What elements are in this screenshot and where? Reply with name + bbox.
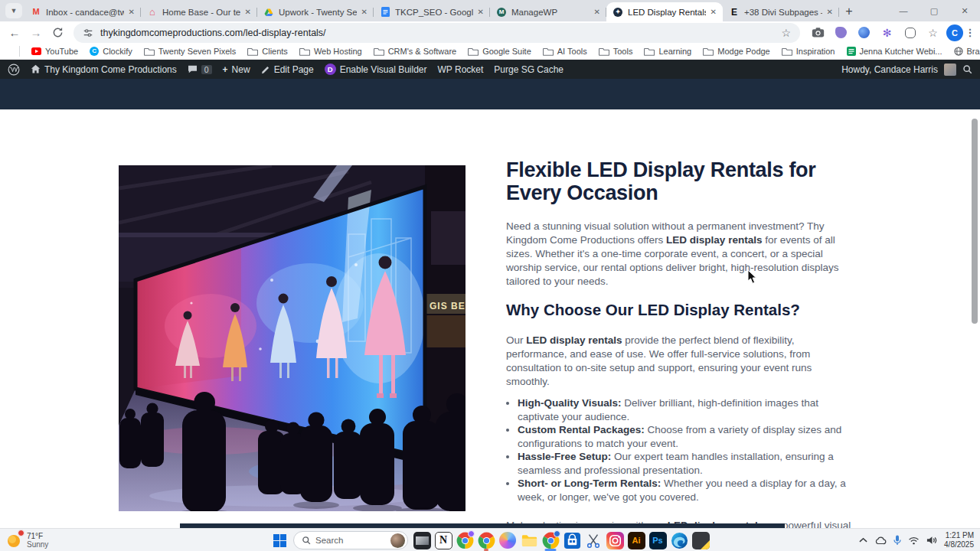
bookmark-item[interactable]: Tools [599, 47, 633, 56]
feature-label: High-Quality Visuals: [518, 397, 622, 409]
bookmark-item[interactable]: YouTube [31, 47, 78, 56]
bookmark-item[interactable]: CRM's & Software [374, 47, 457, 56]
start-button[interactable] [269, 530, 290, 551]
taskbar-chrome-icon[interactable] [475, 530, 497, 551]
bookmark-item[interactable]: Twenty Seven Pixels [144, 47, 237, 56]
bookmark-item[interactable]: Modge Podge [703, 47, 770, 56]
store-sign-text: GIS BE [430, 301, 466, 311]
wp-site-menu[interactable]: Thy Kingdom Come Productions [31, 64, 177, 75]
squircle-extension-icon[interactable] [903, 25, 917, 40]
tab-6[interactable]: ✦ LED Display Rentals | Thy King... ✕ [606, 2, 723, 21]
tab-2[interactable]: ⌂ Home Base - Our team hub ✕ [141, 2, 257, 21]
taskbar-chrome-profile-tkcp-icon[interactable] [540, 530, 561, 551]
reload-button[interactable] [47, 23, 67, 43]
taskbar-photoshop-icon[interactable]: Ps [647, 530, 668, 551]
url-text[interactable]: thykingdomcomeproductions.com/led-displa… [100, 28, 774, 38]
folder-icon [782, 47, 792, 56]
back-button[interactable]: ← [5, 23, 24, 43]
tab-close-icon[interactable]: ✕ [129, 8, 135, 16]
feature-item: Hassle-Free Setup: Our expert team handl… [518, 450, 855, 477]
camera-icon[interactable] [811, 25, 825, 40]
feature-label: Custom Rental Packages: [518, 424, 645, 435]
address-bar[interactable]: thykingdomcomeproductions.com/led-displa… [74, 23, 800, 43]
tab-close-icon[interactable]: ✕ [361, 8, 368, 16]
profile-avatar[interactable]: C [946, 24, 963, 41]
taskbar-search-input[interactable]: Search [293, 531, 408, 549]
chevron-up-icon[interactable] [859, 537, 867, 543]
purple-blob-extension-icon[interactable] [834, 25, 848, 40]
search-icon [302, 536, 311, 545]
tab-close-icon[interactable]: ✕ [594, 8, 600, 16]
weather-text[interactable]: 71°F Sunny [27, 532, 48, 549]
windows-logo-icon [273, 534, 286, 547]
taskbar-illustrator-icon[interactable]: Ai [626, 530, 647, 551]
bookmark-item[interactable]: Web Hosting [299, 47, 362, 56]
tab-3[interactable]: Upwork - Twenty Seven Pixels ✕ [257, 2, 374, 21]
taskbar-copilot-icon[interactable] [497, 530, 518, 551]
site-settings-icon[interactable] [83, 28, 93, 38]
wp-howdy-text[interactable]: Howdy, Candace Harris [841, 64, 938, 75]
taskbar-instagram-icon[interactable] [604, 530, 626, 551]
article-text: Flexible LED Display Rentals for Every O… [506, 158, 855, 528]
bookmark-item[interactable]: Clients [247, 47, 288, 56]
folder-icon [144, 47, 155, 56]
browser-menu-icon[interactable]: ⋮ [965, 27, 975, 38]
tab-7[interactable]: E +38 Divi Subpages — Divi Exp... ✕ [723, 2, 839, 21]
wp-new-button[interactable]: +New [223, 64, 250, 75]
bookmark-item[interactable]: Brand-Strategy-Wor... [954, 47, 980, 56]
bookmark-item[interactable]: Google Suite [468, 47, 531, 56]
onedrive-icon[interactable] [874, 536, 887, 545]
tab-search-button[interactable]: ▼ [5, 3, 22, 18]
taskbar-file-explorer-icon[interactable] [518, 530, 540, 551]
microphone-icon[interactable] [893, 535, 901, 546]
close-button[interactable]: ✕ [949, 0, 980, 21]
bookmark-item[interactable]: Inspiration [782, 47, 835, 56]
wp-rocket-menu[interactable]: WP Rocket [438, 64, 484, 75]
wp-visual-builder-button[interactable]: D Enable Visual Builder [325, 64, 427, 75]
taskbar-photos-app-icon[interactable] [411, 530, 433, 551]
new-tab-button[interactable]: + [839, 2, 859, 21]
wp-comments[interactable]: 0 [188, 65, 212, 74]
jenna-icon [847, 47, 856, 56]
wp-user-avatar[interactable] [944, 64, 956, 76]
flower-extension-icon[interactable]: ✻ [880, 25, 894, 40]
taskbar-clock[interactable]: 1:21 PM 4/8/2025 [944, 531, 974, 549]
bookmark-item[interactable]: Learning [644, 47, 691, 56]
bookmark-star-icon[interactable]: ☆ [781, 28, 791, 38]
led-display-photo: GIS BE [119, 165, 466, 511]
maximize-button[interactable]: ▢ [919, 0, 949, 21]
taskbar-edge-icon[interactable] [668, 530, 690, 551]
homebase-favicon: ⌂ [147, 7, 158, 18]
tab-close-icon[interactable]: ✕ [827, 8, 833, 16]
volume-icon[interactable] [926, 536, 937, 545]
blue-sphere-extension-icon[interactable] [857, 25, 871, 40]
wp-search-icon[interactable] [962, 64, 972, 74]
search-highlight-image[interactable] [390, 533, 405, 548]
star-extension-icon[interactable]: ☆ [926, 25, 940, 40]
wordpress-logo-icon[interactable] [8, 64, 20, 76]
feature-label: Hassle-Free Setup: [518, 451, 611, 462]
notification-badge [18, 530, 24, 536]
taskbar-microsoft-store-icon[interactable] [561, 530, 583, 551]
tab-close-icon[interactable]: ✕ [478, 8, 484, 16]
taskbar-snipping-tool-icon[interactable] [583, 530, 604, 551]
bookmark-item[interactable]: AI Tools [543, 47, 587, 56]
bookmark-item[interactable]: C Clockify [90, 47, 132, 56]
tab-close-icon[interactable]: ✕ [710, 8, 717, 16]
weather-widget-icon[interactable] [5, 531, 23, 549]
tab-5[interactable]: M ManageWP ✕ [490, 2, 606, 21]
taskbar-chrome-profile-work-icon[interactable] [454, 530, 475, 551]
wifi-icon[interactable] [908, 536, 920, 545]
tab-1[interactable]: M Inbox - candace@twentyseven ✕ [24, 2, 141, 21]
taskbar-notion-icon[interactable]: N [433, 530, 454, 551]
taskbar-sticky-notes-icon[interactable] [690, 530, 711, 551]
forward-button[interactable]: → [26, 23, 46, 43]
minimize-button[interactable]: — [888, 0, 919, 21]
wp-edit-page-button[interactable]: Edit Page [261, 64, 314, 75]
bookmark-item[interactable]: Jenna Kutcher Webi... [847, 47, 942, 56]
wp-purge-cache-button[interactable]: Purge SG Cache [494, 64, 564, 75]
tab-4[interactable]: TKCP_SEO - Google Docs ✕ [374, 2, 490, 21]
tab-close-icon[interactable]: ✕ [245, 8, 251, 16]
page-scrollbar[interactable] [972, 119, 978, 324]
managewp-favicon: M [496, 7, 507, 18]
